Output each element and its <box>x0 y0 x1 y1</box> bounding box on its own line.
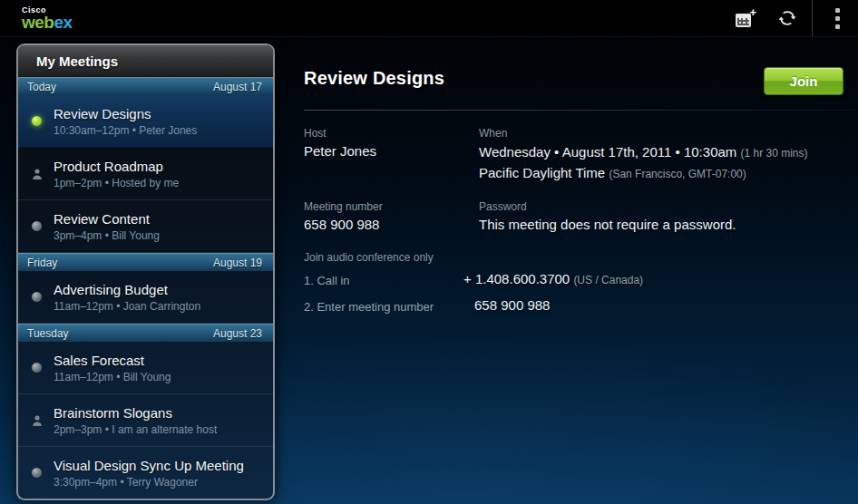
day-label: Tuesday <box>27 327 69 340</box>
when-datetime: Wednesday • August 17th, 2011 • 10:30am <box>479 144 736 160</box>
calendar-add-icon: + <box>736 9 756 27</box>
meeting-title: Product Roadmap <box>54 159 179 174</box>
webex-app: Cisco webex + My Me <box>0 0 858 504</box>
meeting-subtitle: 10:30am–12pm • Peter Jones <box>54 124 197 137</box>
meeting-text: Visual Design Sync Up Meeting3:30pm–4pm … <box>54 458 244 489</box>
my-meetings-title: My Meetings <box>36 53 118 69</box>
call-in-row: 1. Call in + 1.408.600.3700 (US / Canada… <box>304 271 812 290</box>
overflow-menu-button[interactable] <box>816 0 858 36</box>
enter-meeting-number-row: 2. Enter meeting number 658 900 988 <box>304 297 812 316</box>
refresh-icon <box>777 8 797 28</box>
cisco-webex-logo: Cisco webex <box>22 6 73 31</box>
meeting-subtitle: 11am–12pm • Bill Young <box>54 371 171 383</box>
password-value: This meeting does not require a password… <box>479 217 736 232</box>
meeting-text: Product Roadmap1pm–2pm • Hosted by me <box>54 159 179 189</box>
meeting-title: Sales Forecast <box>54 353 171 368</box>
date-label: August 17 <box>213 81 262 93</box>
call-in-step-label: 1. Call in <box>304 274 350 287</box>
call-in-number: + 1.408.600.3700 (US / Canada) <box>463 271 643 286</box>
meeting-text: Sales Forecast11am–12pm • Bill Young <box>54 353 171 383</box>
meeting-title: Visual Design Sync Up Meeting <box>54 458 244 473</box>
host-label: Host <box>304 127 376 140</box>
meeting-list[interactable]: TodayAugust 17Review Designs10:30am–12pm… <box>18 77 273 499</box>
meeting-status-icon <box>30 363 44 373</box>
host-field: Host Peter Jones <box>304 127 376 159</box>
day-group-header: TuesdayAugust 23 <box>18 324 273 342</box>
when-duration: (1 hr 30 mins) <box>740 147 807 160</box>
meeting-text: Review Designs10:30am–12pm • Peter Jones <box>54 106 197 137</box>
audio-section-label: Join audio conference only <box>304 251 812 264</box>
refresh-button[interactable] <box>766 0 808 36</box>
meeting-number-label: Meeting number <box>304 200 383 213</box>
top-bar: Cisco webex + <box>0 0 858 37</box>
meeting-subtitle: 3pm–4pm • Bill Young <box>54 229 160 242</box>
meeting-subtitle: 3:30pm–4pm • Terry Wagoner <box>54 476 244 489</box>
meeting-status-icon <box>30 292 44 302</box>
password-field: Password This meeting does not require a… <box>479 200 736 232</box>
audio-meeting-number: 658 900 988 <box>474 297 550 313</box>
meeting-list-item[interactable]: Visual Design Sync Up Meeting3:30pm–4pm … <box>18 447 273 499</box>
when-label: When <box>479 127 808 140</box>
enter-number-step-label: 2. Enter meeting number <box>304 300 434 314</box>
phone-number: + 1.408.600.3700 <box>463 271 570 286</box>
day-group-header: TodayAugust 17 <box>18 77 273 95</box>
meeting-detail-title: Review Designs <box>304 68 444 89</box>
meeting-list-item[interactable]: Product Roadmap1pm–2pm • Hosted by me <box>18 148 273 200</box>
phone-region: (US / Canada) <box>573 274 643 286</box>
my-meetings-panel: My Meetings TodayAugust 17Review Designs… <box>16 44 275 500</box>
join-button[interactable]: Join <box>764 67 843 95</box>
detail-divider <box>304 110 858 111</box>
meeting-list-item[interactable]: Review Designs10:30am–12pm • Peter Jones <box>18 95 273 148</box>
when-timezone-name: Pacific Daylight Time <box>479 165 605 180</box>
day-label: Today <box>27 81 56 93</box>
webex-wordmark: webex <box>22 13 73 32</box>
meeting-list-item[interactable]: Review Content3pm–4pm • Bill Young <box>18 200 273 253</box>
when-value: Wednesday • August 17th, 2011 • 10:30am … <box>479 142 808 184</box>
meeting-status-icon <box>30 468 44 478</box>
meeting-text: Review Content3pm–4pm • Bill Young <box>54 211 160 242</box>
when-timezone-offset: (San Francisco, GMT-07:00) <box>609 168 746 180</box>
day-group-header: FridayAugust 19 <box>18 253 273 271</box>
meeting-number-value: 658 900 988 <box>304 217 383 232</box>
meeting-title: Review Content <box>54 211 160 227</box>
my-meetings-header: My Meetings <box>18 45 273 77</box>
host-person-icon <box>30 414 44 427</box>
host-value: Peter Jones <box>304 143 376 159</box>
meeting-title: Brainstorm Slogans <box>54 405 217 421</box>
overflow-menu-icon <box>835 8 840 29</box>
meeting-title: Advertising Budget <box>54 282 200 297</box>
meeting-subtitle: 11am–12pm • Joan Carrington <box>54 300 200 313</box>
meeting-subtitle: 2pm–3pm • I am an alternate host <box>54 423 217 436</box>
date-label: August 19 <box>213 257 262 269</box>
meeting-in-progress-icon <box>30 116 44 126</box>
meeting-text: Advertising Budget11am–12pm • Joan Carri… <box>54 282 200 313</box>
top-bar-divider <box>812 0 813 36</box>
meeting-subtitle: 1pm–2pm • Hosted by me <box>54 177 179 189</box>
meeting-text: Brainstorm Slogans2pm–3pm • I am an alte… <box>54 405 217 436</box>
meeting-status-icon <box>30 221 44 231</box>
meeting-number-field: Meeting number 658 900 988 <box>304 200 383 232</box>
date-label: August 23 <box>213 327 262 340</box>
meeting-list-item[interactable]: Brainstorm Slogans2pm–3pm • I am an alte… <box>18 394 273 447</box>
host-person-icon <box>30 168 44 180</box>
top-bar-actions: + <box>725 0 858 36</box>
when-field: When Wednesday • August 17th, 2011 • 10:… <box>479 127 808 184</box>
meeting-list-item[interactable]: Sales Forecast11am–12pm • Bill Young <box>18 342 273 394</box>
meeting-list-item[interactable]: Advertising Budget11am–12pm • Joan Carri… <box>18 271 273 324</box>
add-meeting-button[interactable]: + <box>725 0 766 36</box>
password-label: Password <box>479 200 736 213</box>
meeting-title: Review Designs <box>54 106 197 121</box>
audio-conference-section: Join audio conference only 1. Call in + … <box>304 251 812 316</box>
day-label: Friday <box>27 257 57 269</box>
